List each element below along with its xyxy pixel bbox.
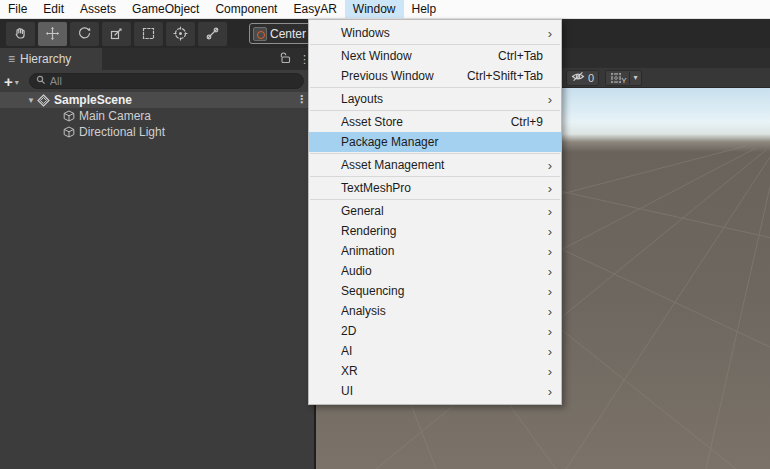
menu-separator — [310, 110, 560, 111]
menu-item-next-window[interactable]: Next WindowCtrl+Tab — [309, 46, 561, 66]
submenu-arrow-icon: › — [548, 265, 552, 278]
pivot-mode-button[interactable]: Center — [249, 23, 313, 44]
create-object-button[interactable]: + — [4, 74, 13, 89]
menu-item-shortcut: Ctrl+Tab — [498, 49, 543, 63]
hierarchy-row-main-camera[interactable]: Main Camera — [0, 108, 314, 124]
menu-separator — [310, 87, 560, 88]
hand-tool-button[interactable] — [6, 22, 35, 46]
search-input[interactable] — [50, 75, 297, 87]
scale-icon — [109, 26, 124, 41]
rect-icon — [141, 26, 156, 41]
grid-icon — [610, 72, 622, 84]
submenu-arrow-icon: › — [548, 225, 552, 238]
submenu-arrow-icon: › — [548, 205, 552, 218]
hierarchy-row-directional-light[interactable]: Directional Light — [0, 124, 314, 140]
scene-visibility-button[interactable]: 0 — [566, 70, 599, 86]
menu-item-label: Next Window — [341, 49, 498, 63]
menubar-item-gameobject[interactable]: GameObject — [124, 0, 207, 18]
menu-item-rendering[interactable]: Rendering› — [309, 221, 561, 241]
submenu-arrow-icon: › — [548, 245, 552, 258]
menu-item-shortcut: Ctrl+9 — [511, 115, 543, 129]
menu-item-label: UI — [341, 384, 548, 398]
menu-item-sequencing[interactable]: Sequencing› — [309, 281, 561, 301]
submenu-arrow-icon: › — [548, 182, 552, 195]
menu-item-animation[interactable]: Animation› — [309, 241, 561, 261]
gameobject-cube-icon — [63, 126, 75, 138]
menu-item-package-manager[interactable]: Package Manager — [309, 132, 561, 152]
menu-item-layouts[interactable]: Layouts› — [309, 89, 561, 109]
menubar-item-file[interactable]: File — [0, 0, 35, 18]
menubar-item-help[interactable]: Help — [404, 0, 445, 18]
submenu-arrow-icon: › — [548, 285, 552, 298]
submenu-arrow-icon: › — [548, 345, 552, 358]
menu-item-label: Sequencing — [341, 284, 548, 298]
hand-icon — [13, 26, 28, 41]
menubar-item-assets[interactable]: Assets — [72, 0, 124, 18]
scene-name-label: SampleScene — [54, 93, 132, 107]
menu-item-label: XR — [341, 364, 548, 378]
main-menu-bar: FileEditAssetsGameObjectComponentEasyARW… — [0, 0, 770, 19]
submenu-arrow-icon: › — [548, 93, 552, 106]
menu-item-general[interactable]: General› — [309, 201, 561, 221]
submenu-arrow-icon: › — [548, 385, 552, 398]
foldout-triangle-icon[interactable]: ▼ — [27, 96, 37, 105]
hierarchy-toolbar: + ▾ — [0, 70, 314, 92]
hierarchy-tab-bar: ≡ Hierarchy ⋮ — [0, 48, 314, 70]
move-tool-button[interactable] — [38, 22, 67, 46]
menu-item-shortcut: Ctrl+Shift+Tab — [467, 69, 543, 83]
menu-item-audio[interactable]: Audio› — [309, 261, 561, 281]
menu-item-2d[interactable]: 2D› — [309, 321, 561, 341]
menu-item-label: Asset Store — [341, 115, 511, 129]
hierarchy-tab-label: Hierarchy — [20, 52, 71, 66]
submenu-arrow-icon: › — [548, 365, 552, 378]
menu-separator — [310, 176, 560, 177]
hierarchy-search-box[interactable] — [29, 73, 304, 89]
window-dropdown-menu: Windows›Next WindowCtrl+TabPrevious Wind… — [308, 19, 562, 405]
search-icon — [36, 74, 46, 88]
grid-settings-button[interactable]: Y ▾ — [605, 70, 642, 86]
menu-item-asset-management[interactable]: Asset Management› — [309, 155, 561, 175]
grid-dropdown-caret-icon[interactable]: ▾ — [633, 73, 637, 82]
menubar-item-window[interactable]: Window — [345, 0, 404, 18]
submenu-arrow-icon: › — [548, 159, 552, 172]
gameobject-cube-icon — [63, 110, 75, 122]
menu-item-label: AI — [341, 344, 548, 358]
pivot-icon — [253, 27, 267, 41]
custom-tools-button[interactable] — [198, 22, 227, 46]
menu-item-previous-window[interactable]: Previous WindowCtrl+Shift+Tab — [309, 66, 561, 86]
create-dropdown-caret-icon[interactable]: ▾ — [15, 78, 19, 87]
menu-item-label: Package Manager — [341, 135, 552, 149]
scene-kebab-icon[interactable]: ⋮ — [296, 93, 307, 106]
menu-item-textmeshpro[interactable]: TextMeshPro› — [309, 178, 561, 198]
submenu-arrow-icon: › — [548, 27, 552, 40]
transform-tool-button[interactable] — [166, 22, 195, 46]
menu-item-label: 2D — [341, 324, 548, 338]
tab-hierarchy[interactable]: ≡ Hierarchy — [0, 48, 102, 70]
menu-item-label: Analysis — [341, 304, 548, 318]
menu-item-asset-store[interactable]: Asset StoreCtrl+9 — [309, 112, 561, 132]
menu-item-label: General — [341, 204, 548, 218]
transform-icon — [173, 26, 188, 41]
menu-item-label: Audio — [341, 264, 548, 278]
menu-item-ai[interactable]: AI› — [309, 341, 561, 361]
rotate-tool-button[interactable] — [70, 22, 99, 46]
move-icon — [45, 26, 60, 41]
unity-editor-window: FileEditAssetsGameObjectComponentEasyARW… — [0, 0, 770, 469]
wrench-icon — [205, 26, 220, 41]
scale-tool-button[interactable] — [102, 22, 131, 46]
menubar-item-edit[interactable]: Edit — [35, 0, 72, 18]
menu-item-windows[interactable]: Windows› — [309, 23, 561, 43]
menu-item-analysis[interactable]: Analysis› — [309, 301, 561, 321]
rect-tool-button[interactable] — [134, 22, 163, 46]
submenu-arrow-icon: › — [548, 305, 552, 318]
menu-item-xr[interactable]: XR› — [309, 361, 561, 381]
menu-separator — [310, 153, 560, 154]
menu-item-ui[interactable]: UI› — [309, 381, 561, 401]
hidden-count-label: 0 — [588, 72, 594, 84]
eye-hidden-icon — [571, 71, 585, 84]
menu-separator — [310, 44, 560, 45]
menubar-item-easyar[interactable]: EasyAR — [285, 0, 344, 18]
hierarchy-row-scene[interactable]: ▼ SampleScene ⋮ — [0, 92, 314, 108]
menubar-item-component[interactable]: Component — [207, 0, 285, 18]
lock-icon[interactable] — [280, 52, 291, 67]
